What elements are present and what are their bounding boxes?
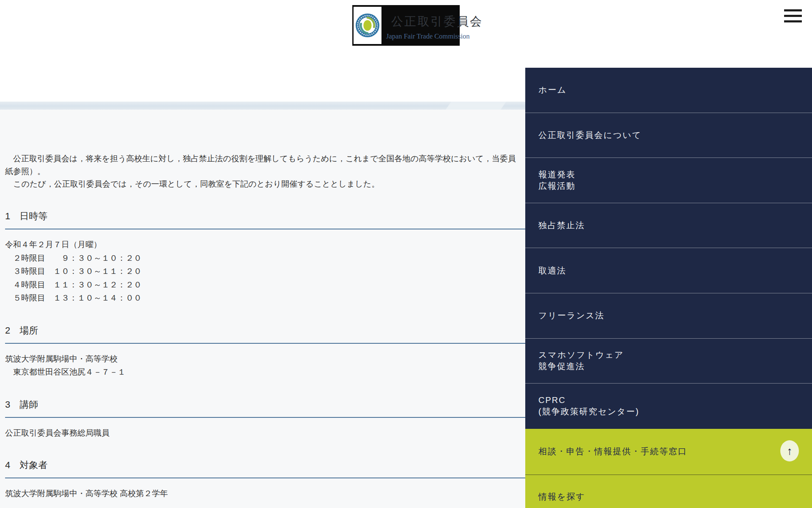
menu-item-label: CPRC [538, 395, 812, 406]
logo-title-japanese: 公正取引委員会 [391, 14, 483, 30]
menu-item-freelance-act[interactable]: フリーランス法 [525, 293, 812, 339]
jftc-logo[interactable]: 公正取引委員会 Japan Fair Trade Commission [352, 5, 460, 46]
hamburger-bar [784, 20, 802, 22]
menu-item-consultation-report-window[interactable]: 相談・申告・情報提供・手続等窓口 [525, 429, 812, 475]
hamburger-menu-icon[interactable] [784, 9, 802, 22]
menu-item-press-publicity[interactable]: 報道発表 広報活動 [525, 158, 812, 203]
up-arrow-icon: ↑ [787, 445, 793, 456]
band-diagonal-wedge [444, 102, 508, 110]
jftc-emblem-icon [354, 7, 381, 44]
logo-title-english: Japan Fair Trade Commission [386, 32, 470, 41]
menu-item-smartphone-software-act[interactable]: スマホソフトウェア 競争促進法 [525, 339, 812, 384]
menu-item-label: フリーランス法 [538, 310, 812, 321]
menu-item-label: (競争政策研究センター) [538, 406, 812, 417]
hamburger-bar [784, 15, 802, 17]
jftc-emblem-svg [355, 13, 380, 38]
menu-item-subcontract-act[interactable]: 取適法 [525, 248, 812, 293]
menu-item-search-information[interactable]: 情報を探す [525, 475, 812, 508]
menu-item-label: 取適法 [538, 265, 812, 276]
menu-item-about-jftc[interactable]: 公正取引委員会について [525, 113, 812, 158]
menu-item-label: 独占禁止法 [538, 220, 812, 231]
menu-item-label: 公正取引委員会について [538, 130, 812, 141]
menu-item-label: 相談・申告・情報提供・手続等窓口 [538, 446, 812, 457]
menu-item-label: 競争促進法 [538, 361, 812, 372]
menu-item-cprc[interactable]: CPRC (競争政策研究センター) [525, 384, 812, 429]
menu-item-antimonopoly-act[interactable]: 独占禁止法 [525, 203, 812, 248]
menu-item-home[interactable]: ホーム [525, 68, 812, 113]
menu-panel: ホーム 公正取引委員会について 報道発表 広報活動 独占禁止法 取適法 フリーラ… [525, 68, 812, 508]
menu-item-label: スマホソフトウェア [538, 349, 812, 361]
menu-item-label: 報道発表 [538, 169, 812, 180]
menu-item-label: 広報活動 [538, 180, 812, 192]
menu-item-label: 情報を探す [538, 491, 812, 502]
back-to-top-button[interactable]: ↑ [780, 440, 799, 461]
hamburger-bar [784, 9, 802, 11]
menu-item-label: ホーム [538, 84, 812, 96]
